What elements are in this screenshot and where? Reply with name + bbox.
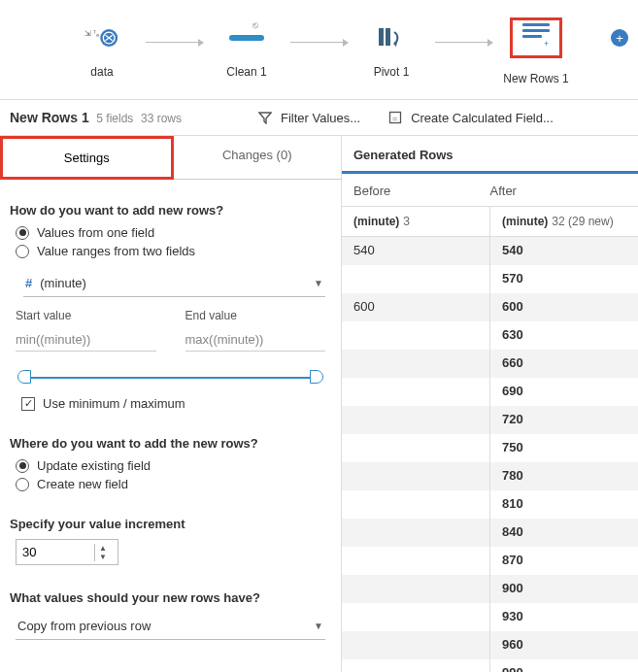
after-cell: 570: [489, 265, 638, 293]
number-type-icon: #: [25, 276, 32, 290]
radio-create-new[interactable]: Create new field: [16, 477, 331, 491]
checkbox-icon: ✓: [21, 397, 35, 411]
chevron-down-icon: ▼: [314, 621, 323, 631]
table-row: 720: [342, 406, 638, 434]
filter-values-button[interactable]: Filter Values...: [257, 110, 360, 125]
slider-handle-min[interactable]: [17, 370, 31, 384]
tab-settings[interactable]: Settings: [0, 136, 174, 180]
question-where: Where do you want to add the new rows?: [10, 436, 331, 451]
step-name: New Rows 1: [10, 110, 89, 125]
radio-values-one-field[interactable]: Values from one field: [16, 225, 331, 240]
increment-field[interactable]: [17, 540, 94, 564]
generated-rows-panel: Generated Rows Before After (minute)3 (m…: [342, 136, 638, 672]
new-values-dropdown[interactable]: Copy from previous row ▼: [16, 613, 325, 640]
before-cell: [342, 406, 489, 434]
after-cell: 930: [489, 603, 638, 631]
step-rows-count: 33 rows: [141, 112, 182, 125]
new-rows-icon: +: [519, 24, 554, 51]
table-row: 990: [342, 659, 638, 672]
before-cell: [342, 603, 489, 631]
field-dropdown[interactable]: # (minute) ▼: [23, 270, 325, 297]
before-field-header: (minute)3: [342, 207, 489, 236]
table-row: 810: [342, 490, 638, 519]
radio-icon: [16, 245, 29, 258]
before-cell: [342, 631, 489, 659]
before-cell: [342, 462, 489, 490]
after-cell: 600: [489, 293, 638, 321]
chevron-down-icon: ▼: [314, 278, 323, 288]
before-cell: [342, 265, 489, 293]
use-min-max-checkbox[interactable]: ✓ Use minimum / maximum: [21, 396, 331, 411]
add-step-button[interactable]: +: [611, 29, 628, 47]
after-cell: 720: [489, 406, 638, 434]
flow-node-pivot[interactable]: Pivot 1: [348, 24, 435, 79]
left-tabs: Settings Changes (0): [0, 136, 341, 180]
after-cell: 870: [489, 547, 638, 575]
start-value-input[interactable]: min((minute)): [16, 328, 156, 352]
before-cell: [342, 350, 489, 378]
after-field-header: (minute)32 (29 new): [489, 207, 638, 236]
table-row: 570: [342, 265, 638, 293]
after-cell: 630: [489, 321, 638, 350]
newrows-highlight-box: +: [510, 17, 562, 58]
before-cell: [342, 519, 489, 547]
table-row: 780: [342, 462, 638, 490]
step-fields-count: 5 fields: [96, 112, 133, 125]
table-row: 750: [342, 434, 638, 462]
flow-canvas: ⇲ ᵀₐ data ⎋ Clean 1 Pivot 1: [0, 0, 638, 99]
question-add-rows: How do you want to add new rows?: [10, 203, 331, 218]
data-source-icon: ⇲ ᵀₐ: [84, 24, 119, 51]
after-cell: 660: [489, 350, 638, 378]
table-row: 870: [342, 547, 638, 575]
create-calc-field-button[interactable]: = Create Calculated Field...: [387, 110, 554, 125]
flow-connector: [146, 42, 203, 43]
before-cell: [342, 434, 489, 462]
table-row: 540540: [342, 237, 638, 265]
after-cell: 750: [489, 434, 638, 462]
svg-rect-4: [379, 28, 384, 46]
after-cell: 690: [489, 378, 638, 406]
after-cell: 780: [489, 462, 638, 490]
filter-icon: [257, 110, 273, 125]
svg-text:ᵀₐ: ᵀₐ: [92, 29, 99, 38]
start-value-label: Start value: [16, 309, 156, 322]
tab-changes[interactable]: Changes (0): [174, 136, 342, 180]
flow-node-clean[interactable]: ⎋ Clean 1: [203, 24, 290, 79]
after-cell: 960: [489, 631, 638, 659]
flow-node-newrows[interactable]: + New Rows 1: [492, 17, 580, 85]
pivot-icon: [374, 24, 409, 51]
spinner-up[interactable]: ▲: [95, 544, 111, 553]
flow-connector: [290, 42, 348, 43]
radio-update-existing[interactable]: Update existing field: [16, 458, 331, 473]
flow-node-label: data: [90, 65, 113, 79]
table-row: 840: [342, 519, 638, 547]
before-column-header: Before: [353, 184, 490, 198]
spinner-down[interactable]: ▼: [95, 553, 111, 561]
table-row: 930: [342, 603, 638, 631]
radio-icon: [16, 459, 29, 473]
flow-node-label: Clean 1: [226, 65, 266, 79]
clean-step-icon: ⎋: [229, 24, 264, 51]
before-cell: [342, 659, 489, 672]
flow-connector: [435, 42, 492, 43]
radio-icon: [16, 226, 29, 240]
question-increment: Specify your value increment: [10, 517, 331, 531]
before-cell: [342, 547, 489, 575]
after-cell: 900: [489, 575, 638, 603]
before-cell: [342, 490, 489, 519]
table-row: 630: [342, 321, 638, 350]
flow-node-label: Pivot 1: [374, 65, 410, 79]
flow-node-data[interactable]: ⇲ ᵀₐ data: [58, 24, 146, 79]
increment-input[interactable]: ▲ ▼: [16, 539, 118, 565]
table-row: 960: [342, 631, 638, 659]
after-cell: 810: [489, 490, 638, 519]
table-row: 900: [342, 575, 638, 603]
svg-text:⇲: ⇲: [84, 29, 91, 38]
before-cell: [342, 321, 489, 350]
range-slider[interactable]: [19, 369, 321, 386]
end-value-input[interactable]: max((minute)): [185, 328, 326, 352]
after-column-header: After: [490, 184, 627, 198]
radio-icon: [16, 478, 29, 491]
radio-value-ranges-two-fields[interactable]: Value ranges from two fields: [16, 244, 331, 258]
slider-handle-max[interactable]: [310, 370, 323, 384]
